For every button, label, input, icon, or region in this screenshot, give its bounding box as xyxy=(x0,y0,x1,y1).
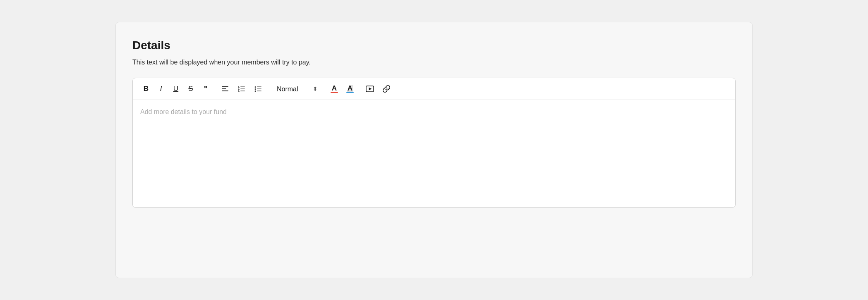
svg-point-13 xyxy=(255,90,256,92)
bullet-list-icon xyxy=(254,85,262,93)
align-left-button[interactable] xyxy=(218,82,233,95)
svg-rect-1 xyxy=(222,88,226,89)
font-color-button[interactable]: A xyxy=(327,82,341,95)
svg-rect-14 xyxy=(257,91,261,92)
link-button[interactable] xyxy=(379,82,394,95)
font-color-label: A xyxy=(332,85,337,92)
link-icon xyxy=(382,85,391,93)
font-color-indicator xyxy=(331,92,338,93)
editor-placeholder: Add more details to your fund xyxy=(140,108,227,115)
svg-point-11 xyxy=(255,88,256,90)
embed-icon xyxy=(366,85,374,93)
details-section: Details This text will be displayed when… xyxy=(115,22,753,278)
svg-rect-8 xyxy=(240,91,245,92)
svg-rect-6 xyxy=(240,89,245,90)
format-select[interactable]: Normal Heading 1 Heading 2 Heading 3 Par… xyxy=(273,84,319,94)
embed-button[interactable] xyxy=(362,82,377,95)
toolbar-separator-3 xyxy=(324,85,325,93)
format-select-wrapper[interactable]: Normal Heading 1 Heading 2 Heading 3 Par… xyxy=(273,84,319,94)
bullet-list-button[interactable] xyxy=(251,82,266,95)
font-highlight-button[interactable]: A xyxy=(343,82,357,95)
ordered-list-icon: 1. 2. 3. xyxy=(237,85,246,93)
svg-rect-12 xyxy=(257,89,261,90)
align-left-icon xyxy=(221,85,229,93)
svg-text:3.: 3. xyxy=(238,90,240,92)
toolbar-separator-4 xyxy=(360,85,360,93)
italic-button[interactable]: I xyxy=(154,82,168,95)
toolbar-separator-2 xyxy=(268,85,269,93)
bold-button[interactable]: B xyxy=(139,82,153,95)
svg-point-9 xyxy=(255,86,256,88)
editor-content-area[interactable]: Add more details to your fund xyxy=(133,100,735,207)
ordered-list-button[interactable]: 1. 2. 3. xyxy=(234,82,249,95)
rich-text-editor: B I U S " xyxy=(132,78,736,208)
font-highlight-label: A xyxy=(347,85,353,92)
strikethrough-button[interactable]: S xyxy=(184,82,197,95)
svg-rect-10 xyxy=(257,87,261,88)
underline-button[interactable]: U xyxy=(169,82,182,95)
svg-rect-0 xyxy=(222,86,228,87)
editor-toolbar: B I U S " xyxy=(133,78,735,100)
toolbar-separator-1 xyxy=(215,85,215,93)
blockquote-button[interactable]: " xyxy=(199,82,212,95)
font-highlight-indicator xyxy=(346,92,354,93)
section-title: Details xyxy=(132,39,736,52)
svg-rect-2 xyxy=(222,90,228,91)
section-subtitle: This text will be displayed when your me… xyxy=(132,59,736,66)
svg-rect-4 xyxy=(240,87,245,88)
svg-marker-16 xyxy=(369,88,372,90)
